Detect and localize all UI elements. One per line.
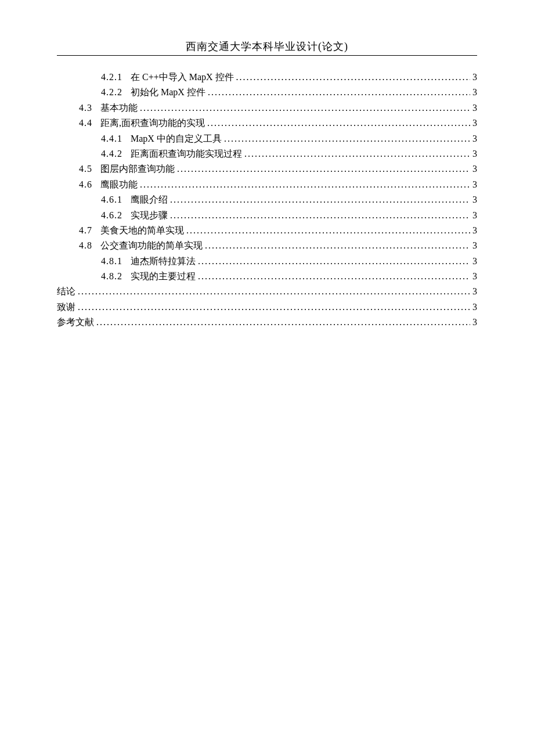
toc-entry-page: 3 — [472, 238, 477, 253]
toc-entry-number: 4.6.2 — [101, 208, 122, 223]
toc-leader-dots — [236, 70, 470, 85]
toc-entry: 致谢3 — [57, 300, 477, 315]
toc-entry: 4.3基本功能3 — [57, 100, 477, 116]
toc-entry-number: 4.7 — [79, 223, 92, 238]
toc-entry-page: 3 — [472, 254, 477, 269]
toc-entry-page: 3 — [472, 223, 477, 238]
toc-leader-dots — [170, 208, 470, 223]
toc-leader-dots — [78, 300, 470, 315]
toc-entry: 参考文献3 — [57, 315, 477, 330]
toc-entry-page: 3 — [472, 300, 477, 315]
toc-entry-text: 鹰眼功能 — [100, 177, 138, 192]
toc-leader-dots — [186, 223, 470, 238]
toc-entry-text: 鹰眼介绍 — [131, 192, 168, 207]
document-page: 西南交通大学本科毕业设计(论文) 4.2.1在 C++中导入 MapX 控件34… — [0, 0, 534, 330]
toc-entry-text: 基本功能 — [100, 100, 138, 116]
toc-entry-number: 4.4.1 — [101, 131, 122, 146]
toc-entry: 4.5图层内部查询功能3 — [57, 161, 477, 177]
toc-entry-text: 美食天地的简单实现 — [100, 223, 184, 238]
toc-leader-dots — [224, 131, 470, 146]
toc-entry-page: 3 — [472, 100, 477, 116]
toc-entry: 4.4距离,面积查询功能的实现3 — [57, 116, 477, 131]
toc-entry-number: 4.4.2 — [101, 146, 122, 161]
toc-entry-page: 3 — [472, 192, 477, 207]
toc-entry-text: 公交查询功能的简单实现 — [100, 238, 203, 253]
toc-leader-dots — [244, 146, 470, 161]
toc-entry-number: 4.2.1 — [101, 70, 122, 85]
toc-leader-dots — [96, 315, 470, 330]
toc-entry: 4.6鹰眼功能3 — [57, 177, 477, 192]
toc-entry: 4.6.2实现步骤3 — [57, 208, 477, 223]
toc-entry-page: 3 — [472, 146, 477, 161]
toc-entry-number: 4.3 — [79, 100, 92, 116]
toc-entry-text: 参考文献 — [57, 315, 94, 330]
toc-leader-dots — [140, 100, 470, 116]
toc-entry: 4.4.1MapX 中的自定义工具3 — [57, 131, 477, 146]
toc-entry-text: MapX 中的自定义工具 — [131, 131, 222, 146]
toc-leader-dots — [205, 238, 470, 253]
table-of-contents: 4.2.1在 C++中导入 MapX 控件34.2.2初始化 MapX 控件34… — [57, 70, 477, 330]
toc-leader-dots — [198, 269, 470, 284]
toc-entry-text: 结论 — [57, 284, 75, 299]
toc-leader-dots — [170, 192, 470, 207]
toc-entry: 4.8.2实现的主要过程3 — [57, 269, 477, 284]
toc-entry-number: 4.8 — [79, 238, 92, 253]
toc-leader-dots — [198, 254, 470, 269]
toc-entry-page: 3 — [472, 177, 477, 192]
toc-entry-number: 4.6.1 — [101, 192, 122, 207]
toc-entry: 4.4.2距离面积查询功能实现过程3 — [57, 146, 477, 161]
toc-entry: 4.6.1鹰眼介绍3 — [57, 192, 477, 207]
toc-entry-page: 3 — [472, 85, 477, 100]
toc-entry-number: 4.2.2 — [101, 85, 122, 100]
toc-entry-text: 初始化 MapX 控件 — [131, 85, 205, 100]
toc-entry-page: 3 — [472, 284, 477, 299]
toc-entry-page: 3 — [472, 315, 477, 330]
toc-entry-text: 距离面积查询功能实现过程 — [131, 146, 242, 161]
toc-entry: 结论3 — [57, 284, 477, 299]
toc-entry-page: 3 — [472, 269, 477, 284]
toc-entry-text: 图层内部查询功能 — [100, 161, 175, 177]
toc-entry-text: 距离,面积查询功能的实现 — [100, 116, 205, 131]
header-rule — [57, 55, 477, 56]
toc-entry-text: 致谢 — [57, 300, 75, 315]
toc-entry-text: 迪杰斯特拉算法 — [131, 254, 196, 269]
toc-entry-text: 在 C++中导入 MapX 控件 — [131, 70, 234, 85]
toc-leader-dots — [78, 284, 470, 299]
page-header-title: 西南交通大学本科毕业设计(论文) — [57, 39, 477, 53]
toc-entry-number: 4.8.1 — [101, 254, 122, 269]
toc-entry: 4.7美食天地的简单实现3 — [57, 223, 477, 238]
toc-entry: 4.2.2初始化 MapX 控件3 — [57, 85, 477, 100]
toc-entry-text: 实现步骤 — [131, 208, 168, 223]
toc-entry: 4.8.1迪杰斯特拉算法3 — [57, 254, 477, 269]
toc-entry-page: 3 — [472, 116, 477, 131]
toc-leader-dots — [208, 85, 470, 100]
toc-entry-page: 3 — [472, 70, 477, 85]
toc-entry: 4.2.1在 C++中导入 MapX 控件3 — [57, 70, 477, 85]
toc-leader-dots — [207, 116, 470, 131]
toc-entry-number: 4.6 — [79, 177, 92, 192]
toc-entry-number: 4.4 — [79, 116, 92, 131]
toc-entry-page: 3 — [472, 161, 477, 177]
toc-entry-text: 实现的主要过程 — [131, 269, 196, 284]
toc-entry-number: 4.5 — [79, 161, 92, 177]
toc-leader-dots — [177, 161, 470, 177]
toc-entry-page: 3 — [472, 208, 477, 223]
toc-entry-page: 3 — [472, 131, 477, 146]
toc-entry: 4.8公交查询功能的简单实现3 — [57, 238, 477, 253]
toc-leader-dots — [140, 177, 470, 192]
toc-entry-number: 4.8.2 — [101, 269, 122, 284]
